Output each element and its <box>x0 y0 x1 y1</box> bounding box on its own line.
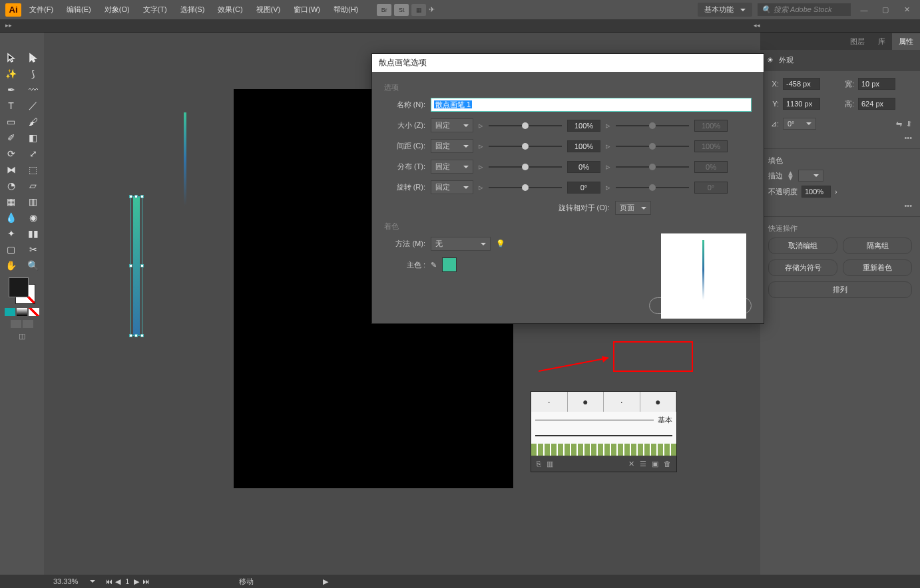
size-mode-select[interactable]: 固定 <box>431 118 473 132</box>
w-input[interactable] <box>858 78 895 90</box>
slice-tool[interactable]: ✂ <box>22 241 44 257</box>
rotation-relative-select[interactable]: 页面 <box>615 201 651 215</box>
window-minimize[interactable]: — <box>856 4 872 16</box>
curvature-tool[interactable]: 〰 <box>22 82 44 98</box>
size-slider[interactable] <box>489 125 562 126</box>
x-input[interactable] <box>783 78 820 90</box>
eyedropper-icon[interactable]: ✎ <box>431 261 437 269</box>
new-brush-icon[interactable]: ▣ <box>652 460 658 468</box>
lasso-tool[interactable]: ⟆ <box>22 66 44 82</box>
expand-left-icon[interactable]: ▸▸ <box>5 22 12 29</box>
brush-libraries-icon[interactable]: ▥ <box>547 460 553 468</box>
menu-select[interactable]: 选择(S) <box>175 2 210 17</box>
arrange-button[interactable]: 排列 <box>768 281 912 298</box>
selected-object[interactable] <box>130 196 142 336</box>
search-stock[interactable]: 🔍搜索 Adobe Stock <box>758 3 851 16</box>
workspace-switcher[interactable]: 基本功能 <box>698 3 752 17</box>
eraser-tool[interactable]: ◧ <box>22 130 44 146</box>
tab-properties[interactable]: 属性 <box>892 33 920 50</box>
zoom-chevron-icon[interactable] <box>87 577 95 585</box>
brush-name-input[interactable]: 散点画笔 1 <box>431 98 752 112</box>
brush-basic[interactable]: 基本 <box>531 412 676 428</box>
mesh-tool[interactable]: ▦ <box>0 194 22 210</box>
rotation-value[interactable]: 0° <box>567 182 600 194</box>
free-transform-tool[interactable]: ⬚ <box>22 162 44 178</box>
artboard-tool[interactable]: ▢ <box>0 241 22 257</box>
colorize-tips-icon[interactable]: 💡 <box>496 239 505 248</box>
rectangle-tool[interactable]: ▭ <box>0 114 22 130</box>
opacity-input[interactable] <box>802 186 831 198</box>
save-symbol-button[interactable]: 存储为符号 <box>768 259 837 276</box>
tab-libraries[interactable]: 库 <box>871 33 892 50</box>
keycolor-swatch[interactable] <box>442 257 457 272</box>
scale-tool[interactable]: ⤢ <box>22 146 44 162</box>
window-close[interactable]: ✕ <box>899 4 915 16</box>
tab-layers[interactable]: 图层 <box>843 33 871 50</box>
flip-h-icon[interactable]: ⇋ <box>896 120 902 128</box>
selection-tool[interactable] <box>0 50 22 66</box>
ungroup-button[interactable]: 取消编组 <box>768 237 837 254</box>
menu-window[interactable]: 窗口(W) <box>288 2 326 17</box>
line-tool[interactable]: ／ <box>22 98 44 114</box>
rotation-mode-select[interactable]: 固定 <box>431 180 473 194</box>
libraries-icon[interactable]: ⎘ <box>537 460 541 468</box>
color-mode-toggles[interactable] <box>5 308 39 316</box>
brush-pattern[interactable] <box>531 444 676 456</box>
bridge-icon[interactable]: Br <box>377 4 391 16</box>
gradient-tool[interactable]: ▥ <box>22 194 44 210</box>
arrange-docs-icon[interactable]: ▦ <box>411 4 426 16</box>
shape-builder-tool[interactable]: ◔ <box>0 178 22 194</box>
scatter-value[interactable]: 0% <box>567 161 600 173</box>
direct-selection-tool[interactable] <box>22 50 44 66</box>
gpu-icon[interactable]: ✈ <box>429 5 435 14</box>
magic-wand-tool[interactable]: ✨ <box>0 66 22 82</box>
perspective-tool[interactable]: ▱ <box>22 178 44 194</box>
flip-v-icon[interactable]: ⥯ <box>906 120 912 128</box>
options-icon[interactable]: ☰ <box>640 460 646 468</box>
scatter-slider[interactable] <box>489 166 562 168</box>
column-graph-tool[interactable]: ▮▮ <box>22 225 44 241</box>
h-input[interactable] <box>858 98 895 110</box>
pen-tool[interactable]: ✒ <box>0 82 22 98</box>
colorize-method-select[interactable]: 无 <box>431 237 491 251</box>
screen-overlap-icon[interactable]: ◫ <box>19 332 25 341</box>
remove-stroke-icon[interactable]: ✕ <box>628 460 634 468</box>
rotation-slider[interactable] <box>489 187 562 188</box>
menu-effect[interactable]: 效果(C) <box>212 2 248 17</box>
hand-tool[interactable]: ✋ <box>0 257 22 273</box>
appearance-more-icon[interactable]: ••• <box>768 202 912 210</box>
zoom-tool[interactable]: 🔍 <box>22 257 44 273</box>
symbol-sprayer-tool[interactable]: ✦ <box>0 225 22 241</box>
rotate-tool[interactable]: ⟳ <box>0 146 22 162</box>
menu-file[interactable]: 文件(F) <box>24 2 59 17</box>
menu-view[interactable]: 视图(V) <box>251 2 286 17</box>
spacing-value[interactable]: 100% <box>567 140 600 152</box>
brush-line[interactable] <box>531 428 676 444</box>
stroke-weight[interactable] <box>798 170 823 182</box>
paintbrush-tool[interactable]: 🖌 <box>22 114 44 130</box>
shaper-tool[interactable]: ✐ <box>0 130 22 146</box>
fill-stroke-swatch[interactable] <box>9 277 35 304</box>
spacing-mode-select[interactable]: 固定 <box>431 139 473 153</box>
screen-mode-toggles[interactable] <box>11 320 33 328</box>
menu-type[interactable]: 文字(T) <box>138 2 172 17</box>
recolor-button[interactable]: 重新着色 <box>843 259 912 276</box>
scatter-mode-select[interactable]: 固定 <box>431 160 473 174</box>
delete-brush-icon[interactable]: 🗑 <box>664 460 671 468</box>
stroke-stepper[interactable]: ▲▼ <box>787 171 794 180</box>
scroll-right-icon[interactable]: ▶ <box>323 577 328 586</box>
brush-preset-row[interactable]: ·●·● <box>531 392 676 412</box>
angle-input[interactable]: 0° <box>783 118 816 130</box>
menu-object[interactable]: 对象(O) <box>99 2 135 17</box>
expand-right-icon[interactable]: ◂◂ <box>754 22 760 29</box>
width-tool[interactable]: ⧓ <box>0 162 22 178</box>
artboard-nav[interactable]: ⏮◀1▶⏭ <box>105 577 150 586</box>
y-input[interactable] <box>783 98 820 110</box>
opacity-chevron-icon[interactable]: › <box>835 188 837 196</box>
menu-edit[interactable]: 编辑(E) <box>61 2 97 17</box>
size-value[interactable]: 100% <box>567 120 600 132</box>
stock-icon[interactable]: St <box>394 4 409 16</box>
blend-tool[interactable]: ◉ <box>22 210 44 225</box>
menu-help[interactable]: 帮助(H) <box>328 2 363 17</box>
window-maximize[interactable]: ▢ <box>877 4 893 16</box>
